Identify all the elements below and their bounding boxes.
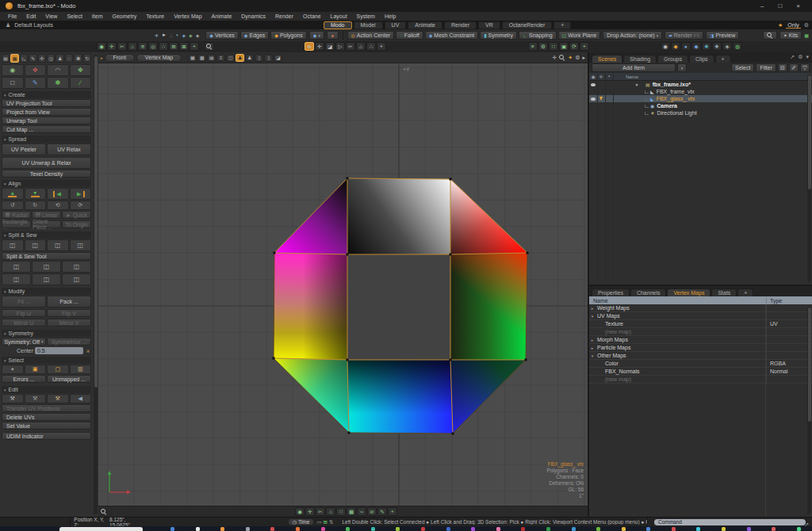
item-row[interactable]: ▼ ▤ fbx_frame.lxo*	[589, 81, 812, 88]
search-button[interactable]	[763, 31, 777, 40]
symmetry-dropdown[interactable]: Symmetry: Off▾	[2, 338, 46, 346]
taskbar-app-icon[interactable]	[696, 527, 700, 531]
map-name[interactable]: Weight Maps	[596, 305, 766, 311]
status-mini-icon[interactable]: ▭	[316, 519, 321, 525]
split-sew-tool-button[interactable]: Split & Sew Tool	[2, 252, 91, 260]
toolbar-icon[interactable]: ◗	[176, 32, 179, 38]
modify-button[interactable]: Mirror U	[2, 319, 46, 327]
layout-tab[interactable]: VR	[478, 21, 500, 29]
preset-icon[interactable]: ∴	[159, 42, 168, 51]
menu-item[interactable]: Vertex Map	[169, 13, 206, 19]
taskbar-app-icon[interactable]	[722, 527, 726, 531]
toolbar-icon[interactable]: ◈	[189, 32, 193, 38]
panel-tab[interactable]: Scenes	[592, 55, 622, 63]
section-spread[interactable]: ▾Spread	[2, 136, 91, 143]
footer-preset-icon[interactable]: ◉	[295, 507, 304, 516]
pin-icon[interactable]	[599, 97, 603, 101]
shading-mode-dropdown[interactable]: Vertex Map	[136, 54, 182, 62]
panel-corner-icon[interactable]: ▾	[806, 54, 809, 60]
shading-preset-icon[interactable]: ◆	[691, 42, 701, 51]
taskbar-app-icon[interactable]	[196, 527, 200, 531]
shading-preset-icon[interactable]: ◉	[661, 42, 670, 51]
menu-item[interactable]: Select	[62, 13, 86, 19]
tool-category-tab[interactable]: ◌	[65, 54, 73, 63]
menu-item[interactable]: File	[3, 13, 21, 19]
taskbar-app-icon[interactable]	[797, 527, 801, 531]
taskbar-app-icon[interactable]	[346, 527, 350, 531]
shading-preset-icon[interactable]: ❖	[702, 42, 711, 51]
tool-category-tab[interactable]: ♟	[56, 54, 63, 63]
select-action-button[interactable]: Unmapped ...	[47, 375, 91, 383]
tool-button[interactable]: □	[2, 77, 24, 89]
taskbar-app-icon[interactable]	[321, 527, 325, 531]
align-action-button[interactable]: To Origin	[62, 220, 91, 228]
vertex-map-row[interactable]: Color RGBA	[589, 360, 812, 368]
menu-item[interactable]: Geometry	[107, 13, 141, 19]
tool-state-button[interactable]: ▮Symmetry	[480, 31, 517, 40]
left-panel-scrollbar[interactable]	[94, 55, 98, 514]
edit-tool-button[interactable]: ◀	[70, 394, 92, 403]
close-button[interactable]: ×	[796, 2, 800, 10]
sew-button[interactable]: ◫	[32, 261, 61, 273]
filter-button[interactable]: Filter	[756, 63, 776, 72]
layout-tab[interactable]: Modo	[324, 21, 352, 29]
select-mode-button[interactable]: ▣	[25, 365, 47, 374]
display-option-icon[interactable]: ♟	[236, 54, 244, 62]
align-mode-button[interactable]: ▤Linear	[32, 211, 61, 219]
display-option-icon[interactable]: ▦	[188, 54, 197, 62]
expand-triangle-icon[interactable]: ▸	[589, 346, 596, 350]
pan-icon[interactable]: ✛	[552, 55, 557, 61]
sew-button[interactable]: ◫	[62, 273, 91, 285]
sew-button[interactable]: ◫	[62, 261, 91, 273]
uv-preset-icon[interactable]: ✂	[346, 42, 355, 51]
menu-item[interactable]: Animate	[207, 13, 237, 19]
only-toggle[interactable]: Only	[786, 22, 800, 29]
grid-toggle-icon[interactable]: ▦	[804, 32, 809, 38]
panel-tab[interactable]: +	[737, 288, 753, 296]
item-row[interactable]: ◣ FBX_glass_ vtx	[589, 95, 812, 102]
tool-category-tab[interactable]: ✽	[74, 54, 82, 63]
menu-item[interactable]: Edit	[21, 13, 40, 19]
add-item-dropdown[interactable]: ▾	[677, 63, 687, 72]
tool-category-tab[interactable]: ◷	[47, 54, 55, 63]
items-mode-dropdown[interactable]: ◆▾	[309, 31, 324, 40]
display-option-icon[interactable]: ≡	[216, 54, 225, 62]
layout-tab[interactable]: Animate	[408, 21, 442, 29]
vertex-map-row[interactable]: ▸ Particle Maps	[589, 344, 812, 352]
vertex-map-row[interactable]: Texture UV	[589, 320, 812, 328]
select-button[interactable]: Select	[731, 63, 754, 72]
align-action-button[interactable]: Rectangle ...	[2, 220, 31, 228]
menu-item[interactable]: Dynamics	[236, 13, 270, 19]
modify-button[interactable]: Pack ...	[47, 296, 91, 308]
shading-preset-icon[interactable]: ◈	[722, 42, 732, 51]
texel-density-button[interactable]: Texel Density	[2, 170, 91, 178]
taskbar-app-icon[interactable]	[572, 527, 576, 531]
tool-list-button[interactable]: UV Projection Tool	[2, 99, 91, 107]
shading-preset-icon[interactable]: ❖	[712, 42, 722, 51]
align-mode-button[interactable]: ►Quick	[62, 211, 91, 219]
vertex-map-row[interactable]: ▸ Weight Maps	[589, 304, 812, 312]
layout-tab[interactable]: Model	[354, 21, 383, 29]
tool-button[interactable]: ✥	[70, 64, 92, 76]
modify-button[interactable]: Flip V	[47, 309, 91, 317]
tool-category-tab[interactable]: ▤	[2, 54, 10, 63]
section-align[interactable]: ▾Align	[2, 180, 91, 187]
item-list-scrollbar[interactable]	[807, 74, 811, 282]
split-sew-button[interactable]: ◫	[2, 239, 24, 251]
item-row[interactable]: ◉ Camera	[589, 102, 812, 109]
panel-tab[interactable]: Channels	[630, 288, 667, 296]
tool-state-button[interactable]: ◌Falloff	[396, 31, 423, 40]
favorite-star-icon[interactable]: ★	[778, 22, 783, 29]
tool-state-button[interactable]: ◎Action Center	[347, 31, 395, 40]
taskbar-app-icon[interactable]	[246, 527, 250, 531]
expand-triangle-icon[interactable]: ▼	[634, 82, 640, 87]
view-preset-icon[interactable]: ∷	[549, 42, 558, 51]
udim-indicator-button[interactable]: UDIM Indicator	[2, 432, 91, 440]
panel-corner-icon[interactable]: ⚙	[798, 54, 802, 60]
toolbar-icon[interactable]: ◈	[182, 32, 186, 38]
panel-tab[interactable]: Properties	[592, 288, 630, 296]
time-button[interactable]: ◷Time	[288, 518, 315, 525]
tool-list-button[interactable]: Project from View	[2, 108, 91, 116]
list-tool-icon[interactable]: ⊟	[778, 63, 787, 72]
layout-tab[interactable]: +	[553, 21, 571, 29]
